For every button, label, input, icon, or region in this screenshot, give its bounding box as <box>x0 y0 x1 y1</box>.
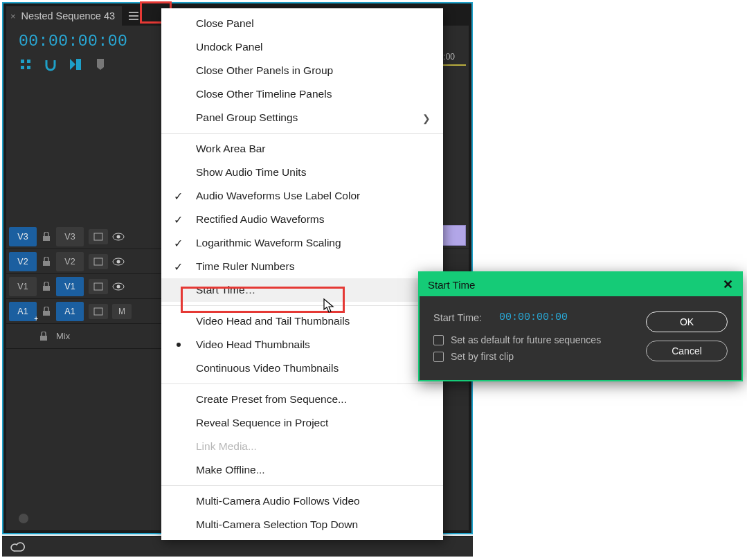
svg-point-8 <box>117 235 120 238</box>
track-sync-lock-icon[interactable] <box>89 254 108 269</box>
svg-rect-2 <box>21 66 24 69</box>
menu-reveal-sequence[interactable]: Reveal Sequence in Project <box>161 411 443 435</box>
svg-rect-19 <box>40 336 47 341</box>
track-sync-lock-icon[interactable] <box>89 279 108 294</box>
track-sync-lock-icon[interactable] <box>89 229 108 244</box>
track-sync-lock-icon[interactable] <box>89 304 108 319</box>
creative-cloud-icon <box>10 541 26 552</box>
track-tgt-v2[interactable]: V2 <box>56 252 84 271</box>
menu-close-other-timeline[interactable]: Close Other Timeline Panels <box>161 82 443 106</box>
start-time-label: Start Time: <box>433 312 499 323</box>
marker-icon[interactable] <box>93 57 107 71</box>
svg-point-12 <box>117 260 120 263</box>
svg-rect-14 <box>94 283 102 290</box>
svg-rect-6 <box>94 233 102 240</box>
menu-mc-top-down[interactable]: Multi-Camera Selection Top Down <box>161 513 443 536</box>
lock-icon[interactable] <box>37 332 51 341</box>
menu-separator <box>161 305 443 306</box>
start-time-dialog: Start Time ✕ Start Time: 00:00:00:00 Set… <box>418 271 743 381</box>
menu-waveform-color[interactable]: ✓Audio Waveforms Use Label Color <box>161 184 443 208</box>
tab-title: Nested Sequence 43 <box>21 10 115 21</box>
menu-make-offline[interactable]: Make Offline... <box>161 458 443 482</box>
lock-icon[interactable] <box>39 232 53 242</box>
eye-icon[interactable] <box>110 233 127 241</box>
eye-icon[interactable] <box>110 258 127 266</box>
sequence-tab[interactable]: × Nested Sequence 43 <box>6 6 122 26</box>
lock-icon[interactable] <box>39 307 53 316</box>
check-icon: ✓ <box>174 190 183 203</box>
svg-rect-18 <box>94 308 102 315</box>
track-src-v1[interactable]: V1 <box>9 277 37 296</box>
dialog-body: Start Time: 00:00:00:00 Set as default f… <box>420 296 741 380</box>
mix-label: Mix <box>56 331 70 341</box>
menu-mc-audio-follows[interactable]: Multi-Camera Audio Follows Video <box>161 489 443 513</box>
menu-close-other-panels[interactable]: Close Other Panels in Group <box>161 59 443 82</box>
dialog-title-text: Start Time <box>428 279 475 291</box>
mute-button[interactable]: M <box>112 304 132 319</box>
svg-rect-17 <box>43 311 50 316</box>
menu-separator <box>161 133 443 134</box>
track-src-v2[interactable]: V2 <box>9 252 37 271</box>
menu-separator <box>161 485 443 486</box>
cancel-button[interactable]: Cancel <box>646 341 728 361</box>
track-tgt-v1[interactable]: V1 <box>56 277 84 296</box>
menu-separator <box>161 383 443 384</box>
svg-rect-3 <box>27 66 30 69</box>
menu-head-thumbs[interactable]: Video Head Thumbnails <box>161 333 443 356</box>
check-icon: ✓ <box>174 213 183 226</box>
menu-panel-group-settings[interactable]: Panel Group Settings❯ <box>161 106 443 129</box>
track-src-v3[interactable]: V3 <box>9 227 37 246</box>
menu-continuous-thumbs[interactable]: Continuous Video Thumbnails <box>161 356 443 380</box>
checkbox-icon[interactable] <box>433 352 444 362</box>
menu-work-area-bar[interactable]: Work Area Bar <box>161 137 443 161</box>
lock-icon[interactable] <box>39 257 53 267</box>
snap-icon[interactable] <box>44 57 57 71</box>
ok-button[interactable]: OK <box>646 311 728 332</box>
menu-logarithmic-scaling[interactable]: ✓Logarithmic Waveform Scaling <box>161 231 443 255</box>
svg-rect-10 <box>94 258 102 265</box>
linked-selection-icon[interactable] <box>69 57 82 71</box>
svg-point-16 <box>117 284 120 288</box>
check-icon: ✓ <box>174 260 183 273</box>
eye-icon[interactable] <box>110 282 127 291</box>
check-icon: ✓ <box>174 237 183 250</box>
track-src-a1[interactable]: A1+ <box>9 302 37 321</box>
menu-time-ruler-numbers[interactable]: ✓Time Ruler Numbers <box>161 255 443 278</box>
svg-rect-0 <box>21 60 24 63</box>
bullet-icon <box>177 343 181 347</box>
close-icon[interactable]: ✕ <box>723 277 733 292</box>
menu-create-preset[interactable]: Create Preset from Sequence... <box>161 388 443 411</box>
chevron-right-icon: ❯ <box>422 113 431 124</box>
track-tgt-a1[interactable]: A1 <box>56 302 84 321</box>
menu-head-tail-thumbs[interactable]: Video Head and Tail Thumbnails <box>161 309 443 333</box>
panel-context-menu: Close Panel Undock Panel Close Other Pan… <box>161 8 443 540</box>
menu-undock-panel[interactable]: Undock Panel <box>161 35 443 59</box>
menu-show-audio-time[interactable]: Show Audio Time Units <box>161 161 443 184</box>
svg-rect-13 <box>43 286 50 291</box>
svg-rect-5 <box>43 236 50 241</box>
svg-rect-4 <box>76 59 81 70</box>
svg-rect-1 <box>27 60 30 63</box>
start-time-input[interactable]: 00:00:00:00 <box>499 311 568 323</box>
checkbox-icon[interactable] <box>433 335 444 345</box>
insert-icon[interactable] <box>19 57 33 71</box>
menu-rectified-waveforms[interactable]: ✓Rectified Audio Waveforms <box>161 208 443 231</box>
dialog-buttons: OK Cancel <box>646 311 728 361</box>
track-tgt-v3[interactable]: V3 <box>56 227 84 246</box>
horizontal-scroll-thumb[interactable] <box>19 514 28 523</box>
menu-link-media: Link Media... <box>161 435 443 458</box>
menu-start-time[interactable]: Start Time… <box>161 278 443 302</box>
dialog-titlebar[interactable]: Start Time ✕ <box>420 273 741 296</box>
svg-rect-9 <box>43 261 50 266</box>
close-icon[interactable]: × <box>10 11 16 21</box>
panel-menu-button[interactable] <box>126 8 141 24</box>
lock-icon[interactable] <box>39 282 53 291</box>
menu-close-panel[interactable]: Close Panel <box>161 12 443 35</box>
